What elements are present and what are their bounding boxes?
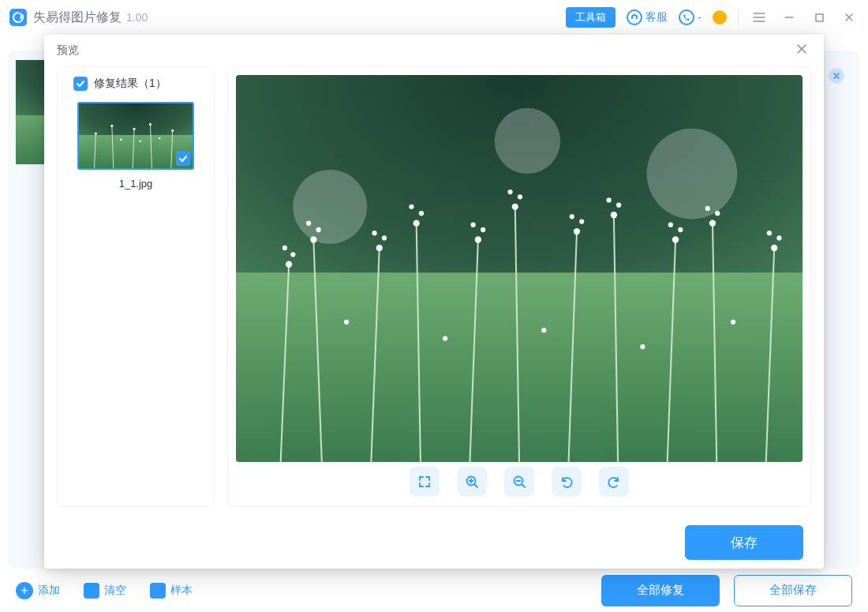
background-thumb-remove-button[interactable]	[829, 68, 844, 84]
sample-icon	[150, 583, 166, 599]
svg-point-35	[290, 252, 295, 257]
thumbnail-filename: 1_1.jpg	[77, 178, 194, 190]
svg-point-20	[293, 170, 367, 244]
svg-point-39	[306, 221, 311, 226]
svg-point-69	[541, 328, 546, 332]
svg-point-15	[120, 139, 122, 141]
svg-point-43	[413, 220, 420, 226]
fullscreen-button[interactable]	[410, 467, 440, 497]
window-close-button[interactable]	[840, 12, 859, 23]
svg-point-63	[705, 206, 710, 211]
svg-point-37	[310, 236, 316, 242]
svg-point-68	[443, 336, 447, 340]
rotate-left-button[interactable]	[552, 467, 582, 497]
svg-point-56	[616, 203, 621, 208]
add-label: 添加	[38, 584, 60, 598]
svg-point-61	[709, 220, 716, 226]
svg-point-48	[470, 223, 475, 227]
clear-label: 清空	[104, 584, 126, 598]
phone-icon	[679, 9, 694, 25]
svg-rect-0	[816, 14, 823, 21]
svg-point-11	[110, 125, 113, 127]
svg-point-45	[409, 205, 413, 209]
svg-point-50	[518, 194, 522, 199]
titlebar-divider	[738, 9, 739, 26]
bottom-toolbar: + 添加 清空 样本 全部修复 全部保存	[0, 569, 868, 612]
preview-modal: 预览 修复结果（1）	[44, 35, 824, 569]
preview-panel	[227, 66, 811, 507]
status-badge-icon[interactable]	[713, 10, 727, 24]
rotate-right-button[interactable]	[599, 467, 629, 497]
titlebar-right: 工具箱 客服 -	[566, 7, 859, 28]
app-version: 1.00	[126, 11, 148, 24]
trash-icon	[84, 583, 99, 599]
svg-point-46	[475, 236, 481, 242]
svg-point-36	[282, 246, 287, 250]
preview-toolbar	[236, 462, 803, 501]
svg-point-42	[372, 231, 376, 235]
modal-title: 预览	[57, 43, 79, 58]
svg-point-49	[512, 204, 518, 210]
sidebar-header[interactable]: 修复结果（1）	[65, 77, 166, 91]
svg-point-16	[140, 141, 142, 143]
svg-point-51	[507, 190, 512, 194]
svg-point-47	[481, 227, 485, 232]
thumbnail-image[interactable]	[77, 102, 194, 170]
svg-point-14	[171, 130, 174, 132]
svg-point-55	[611, 212, 617, 218]
svg-point-60	[668, 223, 673, 227]
support-button[interactable]: 客服	[627, 9, 668, 25]
maximize-button[interactable]	[810, 13, 829, 23]
svg-point-22	[495, 108, 560, 174]
svg-point-44	[419, 211, 424, 216]
select-all-checkbox[interactable]	[73, 77, 88, 91]
menu-button[interactable]	[750, 12, 769, 23]
sample-button[interactable]: 样本	[150, 583, 193, 599]
svg-point-17	[159, 137, 161, 140]
preview-image[interactable]	[236, 75, 803, 462]
app-title: 失易得图片修复	[33, 9, 122, 26]
modal-footer: 保存	[44, 516, 824, 569]
zoom-in-button[interactable]	[457, 467, 487, 497]
sample-label: 样本	[170, 584, 193, 598]
svg-point-12	[133, 128, 135, 130]
support-label: 客服	[645, 10, 668, 24]
phone-label: -	[698, 11, 702, 24]
svg-point-52	[574, 228, 580, 235]
app-logo-icon	[9, 9, 27, 26]
svg-point-40	[376, 245, 383, 251]
svg-point-65	[776, 235, 781, 240]
svg-point-10	[95, 133, 97, 135]
save-button[interactable]: 保存	[685, 525, 803, 560]
svg-point-57	[607, 197, 612, 202]
svg-point-62	[715, 211, 720, 216]
thumbnail-checkbox[interactable]	[176, 152, 190, 166]
sidebar-title: 修复结果（1）	[94, 77, 166, 91]
svg-point-54	[570, 214, 574, 219]
titlebar: 失易得图片修复 1.00 工具箱 客服 -	[0, 0, 868, 35]
phone-button[interactable]: -	[679, 9, 702, 25]
svg-point-34	[286, 261, 292, 268]
modal-close-button[interactable]	[792, 39, 811, 62]
modal-header: 预览	[44, 35, 824, 66]
clear-button[interactable]: 清空	[84, 583, 126, 599]
toolbox-button[interactable]: 工具箱	[566, 7, 615, 28]
svg-point-59	[678, 227, 683, 232]
svg-point-38	[316, 227, 320, 232]
result-sidebar: 修复结果（1）	[57, 66, 215, 507]
headset-icon	[627, 9, 642, 25]
zoom-out-button[interactable]	[504, 467, 534, 497]
svg-point-67	[344, 320, 349, 325]
save-all-button[interactable]: 全部保存	[734, 575, 852, 606]
svg-point-53	[579, 219, 584, 223]
add-button[interactable]: + 添加	[16, 582, 60, 599]
svg-point-71	[731, 320, 735, 325]
svg-point-13	[149, 123, 152, 126]
svg-point-66	[767, 231, 772, 235]
repair-all-button[interactable]: 全部修复	[601, 575, 720, 606]
thumbnail-item[interactable]: 1_1.jpg	[77, 102, 194, 190]
svg-point-58	[672, 236, 679, 242]
minimize-button[interactable]	[780, 12, 799, 23]
svg-point-70	[640, 344, 645, 349]
svg-point-64	[771, 245, 777, 251]
